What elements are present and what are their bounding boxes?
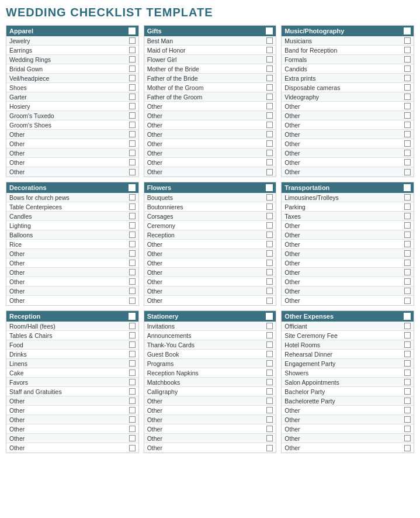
row-checkbox-transportation-2[interactable] [404, 213, 411, 219]
section-header-checkbox-flowers[interactable] [266, 184, 273, 191]
row-checkbox-other-expenses-4[interactable] [404, 360, 411, 367]
row-checkbox-gifts-10[interactable] [266, 131, 273, 137]
row-checkbox-reception-12[interactable] [129, 435, 136, 441]
row-checkbox-stationery-7[interactable] [266, 388, 273, 395]
row-checkbox-apparel-4[interactable] [129, 75, 136, 81]
row-checkbox-gifts-12[interactable] [266, 150, 273, 156]
row-checkbox-transportation-0[interactable] [404, 194, 411, 201]
row-checkbox-reception-8[interactable] [129, 398, 136, 404]
row-checkbox-music-photography-11[interactable] [404, 140, 411, 147]
section-header-checkbox-other-expenses[interactable] [404, 313, 411, 320]
row-checkbox-gifts-5[interactable] [266, 84, 273, 91]
row-checkbox-other-expenses-11[interactable] [404, 426, 411, 432]
row-checkbox-gifts-7[interactable] [266, 103, 273, 109]
row-checkbox-other-expenses-8[interactable] [404, 398, 411, 404]
row-checkbox-music-photography-0[interactable] [404, 37, 411, 44]
row-checkbox-gifts-4[interactable] [266, 75, 273, 81]
row-checkbox-reception-10[interactable] [129, 416, 136, 423]
row-checkbox-stationery-11[interactable] [266, 426, 273, 432]
row-checkbox-stationery-1[interactable] [266, 332, 273, 339]
row-checkbox-gifts-1[interactable] [266, 47, 273, 53]
row-checkbox-other-expenses-13[interactable] [404, 445, 411, 451]
row-checkbox-decorations-11[interactable] [129, 298, 136, 304]
row-checkbox-gifts-8[interactable] [266, 112, 273, 119]
row-checkbox-decorations-4[interactable] [129, 232, 136, 238]
row-checkbox-flowers-7[interactable] [266, 260, 273, 266]
row-checkbox-reception-5[interactable] [129, 369, 136, 376]
row-checkbox-music-photography-9[interactable] [404, 122, 411, 128]
row-checkbox-other-expenses-9[interactable] [404, 407, 411, 413]
row-checkbox-reception-1[interactable] [129, 332, 136, 339]
row-checkbox-stationery-8[interactable] [266, 398, 273, 404]
row-checkbox-music-photography-2[interactable] [404, 56, 411, 63]
row-checkbox-music-photography-14[interactable] [404, 169, 411, 175]
row-checkbox-music-photography-7[interactable] [404, 103, 411, 109]
section-header-checkbox-decorations[interactable] [129, 184, 136, 191]
row-checkbox-apparel-9[interactable] [129, 122, 136, 128]
row-checkbox-gifts-13[interactable] [266, 159, 273, 165]
row-checkbox-flowers-9[interactable] [266, 278, 273, 285]
row-checkbox-decorations-6[interactable] [129, 250, 136, 257]
row-checkbox-flowers-8[interactable] [266, 269, 273, 275]
row-checkbox-flowers-0[interactable] [266, 194, 273, 201]
row-checkbox-stationery-10[interactable] [266, 416, 273, 423]
row-checkbox-transportation-3[interactable] [404, 222, 411, 229]
row-checkbox-decorations-1[interactable] [129, 203, 136, 210]
row-checkbox-reception-2[interactable] [129, 341, 136, 348]
row-checkbox-music-photography-3[interactable] [404, 65, 411, 72]
row-checkbox-reception-0[interactable] [129, 323, 136, 329]
row-checkbox-apparel-10[interactable] [129, 131, 136, 137]
row-checkbox-gifts-6[interactable] [266, 94, 273, 100]
row-checkbox-music-photography-13[interactable] [404, 159, 411, 165]
row-checkbox-music-photography-4[interactable] [404, 75, 411, 81]
section-header-checkbox-reception[interactable] [129, 313, 136, 320]
row-checkbox-music-photography-5[interactable] [404, 84, 411, 91]
section-header-checkbox-gifts[interactable] [266, 27, 273, 34]
section-header-checkbox-transportation[interactable] [404, 184, 411, 191]
row-checkbox-reception-13[interactable] [129, 445, 136, 451]
row-checkbox-other-expenses-5[interactable] [404, 369, 411, 376]
row-checkbox-stationery-3[interactable] [266, 351, 273, 357]
row-checkbox-apparel-12[interactable] [129, 150, 136, 156]
row-checkbox-flowers-10[interactable] [266, 288, 273, 294]
row-checkbox-reception-7[interactable] [129, 388, 136, 395]
row-checkbox-decorations-7[interactable] [129, 260, 136, 266]
row-checkbox-gifts-0[interactable] [266, 37, 273, 44]
row-checkbox-decorations-8[interactable] [129, 269, 136, 275]
row-checkbox-stationery-2[interactable] [266, 341, 273, 348]
row-checkbox-other-expenses-2[interactable] [404, 341, 411, 348]
row-checkbox-flowers-2[interactable] [266, 213, 273, 219]
row-checkbox-other-expenses-6[interactable] [404, 379, 411, 385]
row-checkbox-stationery-9[interactable] [266, 407, 273, 413]
row-checkbox-apparel-7[interactable] [129, 103, 136, 109]
row-checkbox-gifts-14[interactable] [266, 169, 273, 175]
row-checkbox-flowers-11[interactable] [266, 298, 273, 304]
row-checkbox-reception-3[interactable] [129, 351, 136, 357]
row-checkbox-decorations-9[interactable] [129, 278, 136, 285]
row-checkbox-reception-9[interactable] [129, 407, 136, 413]
row-checkbox-stationery-13[interactable] [266, 445, 273, 451]
row-checkbox-stationery-5[interactable] [266, 369, 273, 376]
row-checkbox-transportation-1[interactable] [404, 203, 411, 210]
row-checkbox-transportation-11[interactable] [404, 298, 411, 304]
row-checkbox-apparel-2[interactable] [129, 56, 136, 63]
row-checkbox-apparel-8[interactable] [129, 112, 136, 119]
row-checkbox-decorations-0[interactable] [129, 194, 136, 201]
row-checkbox-reception-6[interactable] [129, 379, 136, 385]
row-checkbox-transportation-9[interactable] [404, 278, 411, 285]
row-checkbox-music-photography-8[interactable] [404, 112, 411, 119]
row-checkbox-gifts-3[interactable] [266, 65, 273, 72]
row-checkbox-music-photography-6[interactable] [404, 94, 411, 100]
row-checkbox-apparel-5[interactable] [129, 84, 136, 91]
row-checkbox-apparel-11[interactable] [129, 140, 136, 147]
section-header-checkbox-music-photography[interactable] [404, 27, 411, 34]
row-checkbox-music-photography-12[interactable] [404, 150, 411, 156]
row-checkbox-stationery-0[interactable] [266, 323, 273, 329]
row-checkbox-transportation-4[interactable] [404, 232, 411, 238]
row-checkbox-flowers-4[interactable] [266, 232, 273, 238]
row-checkbox-decorations-10[interactable] [129, 288, 136, 294]
row-checkbox-other-expenses-10[interactable] [404, 416, 411, 423]
row-checkbox-other-expenses-7[interactable] [404, 388, 411, 395]
row-checkbox-apparel-14[interactable] [129, 169, 136, 175]
row-checkbox-flowers-5[interactable] [266, 241, 273, 247]
